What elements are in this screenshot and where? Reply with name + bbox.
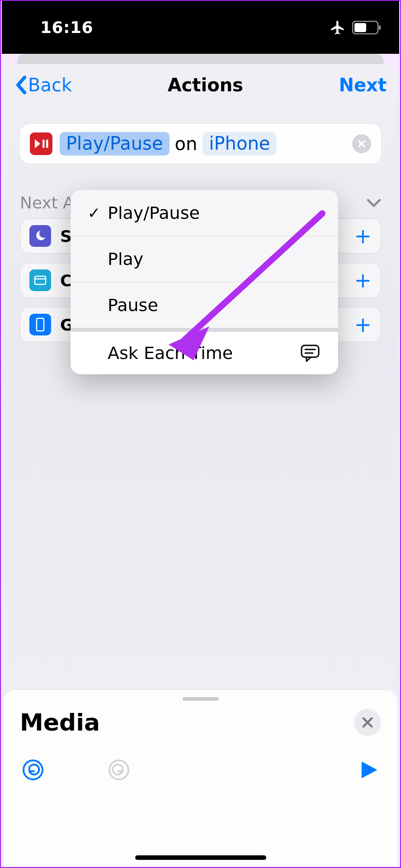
close-icon <box>362 717 373 728</box>
panel-title: Media <box>20 709 100 736</box>
status-indicators <box>330 19 381 36</box>
add-suggestion-button[interactable]: + <box>354 268 372 292</box>
popup-option-label: Pause <box>108 295 158 315</box>
popup-option-ask-each-time[interactable]: Ask Each Time <box>71 328 338 374</box>
back-label: Back <box>28 75 72 95</box>
ask-bubble-icon <box>300 344 320 362</box>
parameter-popup-menu: ✓ Play/Pause Play Pause Ask Each Time <box>71 190 338 374</box>
panel-close-button[interactable] <box>354 709 381 736</box>
undo-button[interactable] <box>22 759 44 781</box>
popup-option-label: Play/Pause <box>108 203 200 223</box>
play-pause-app-icon <box>30 132 52 155</box>
chevron-down-icon <box>367 198 381 208</box>
svg-rect-7 <box>37 318 44 331</box>
action-row: Play/Pause on iPhone <box>20 124 381 164</box>
panel-header: Media <box>4 701 397 736</box>
svg-rect-1 <box>354 23 366 32</box>
action-param-device[interactable]: iPhone <box>203 132 276 156</box>
next-button[interactable]: Next <box>339 75 387 95</box>
add-suggestion-button[interactable]: + <box>354 312 372 337</box>
home-indicator[interactable] <box>135 855 266 860</box>
popup-option-play-pause[interactable]: ✓ Play/Pause <box>71 190 338 236</box>
airplane-mode-icon <box>330 19 346 36</box>
modal-sheet: Back Actions Next Play/Pause on iPhone N… <box>4 64 397 866</box>
run-button[interactable] <box>359 760 379 780</box>
moon-icon <box>29 225 51 247</box>
search-panel[interactable]: Media <box>4 690 397 866</box>
redo-button[interactable] <box>108 759 130 781</box>
popup-option-play[interactable]: Play <box>71 236 338 282</box>
panel-toolbar <box>4 736 397 781</box>
status-time: 16:16 <box>40 18 93 37</box>
add-suggestion-button[interactable]: + <box>354 224 372 248</box>
remove-action-button[interactable] <box>352 134 371 153</box>
page-title: Actions <box>168 75 243 95</box>
checkmark-icon: ✓ <box>84 204 104 222</box>
close-icon <box>357 139 366 148</box>
nav-bar: Back Actions Next <box>4 64 397 106</box>
action-connector: on <box>175 133 198 154</box>
menu-icon <box>29 269 51 291</box>
chevron-left-icon <box>14 75 27 94</box>
battery-icon <box>352 21 381 34</box>
popup-option-label: Ask Each Time <box>108 343 233 363</box>
svg-rect-5 <box>35 276 46 284</box>
status-bar: 16:16 <box>2 1 399 54</box>
back-button[interactable]: Back <box>14 75 72 95</box>
drag-handle[interactable] <box>183 697 219 701</box>
popup-option-label: Play <box>108 249 143 269</box>
action-text: Play/Pause on iPhone <box>60 132 276 156</box>
svg-rect-4 <box>46 140 48 148</box>
svg-rect-3 <box>42 140 45 148</box>
popup-option-pause[interactable]: Pause <box>71 282 338 328</box>
device-icon <box>29 314 51 335</box>
svg-rect-2 <box>379 25 381 30</box>
action-param-operation[interactable]: Play/Pause <box>60 132 170 156</box>
svg-rect-8 <box>302 345 319 357</box>
